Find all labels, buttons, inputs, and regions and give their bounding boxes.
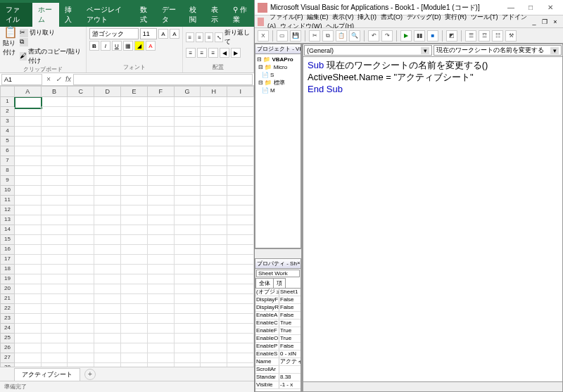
cell[interactable] — [68, 166, 94, 176]
cell[interactable] — [68, 353, 94, 363]
cell[interactable] — [15, 186, 42, 196]
property-row[interactable]: EnableOTrue — [255, 335, 301, 343]
cell[interactable] — [175, 304, 201, 314]
cell[interactable] — [42, 176, 68, 186]
cell[interactable] — [121, 284, 148, 294]
properties-list[interactable]: (オブジェSheet1DisplayFFalseDisplayRFalseEna… — [255, 289, 301, 391]
cell[interactable] — [121, 314, 148, 324]
menu-item[interactable]: 実行(R) — [443, 13, 469, 21]
menu-item[interactable]: 編集(E) — [305, 13, 330, 21]
bold-button[interactable]: B — [89, 41, 99, 51]
property-row[interactable]: Nameアクティ — [255, 358, 301, 366]
cell[interactable] — [201, 225, 227, 235]
cell[interactable] — [42, 245, 68, 255]
cell[interactable] — [15, 127, 42, 137]
cell[interactable] — [175, 137, 201, 146]
cell[interactable] — [148, 245, 175, 255]
cell[interactable] — [227, 206, 254, 215]
cell[interactable] — [201, 127, 227, 137]
cell[interactable] — [42, 166, 68, 176]
align-mid-icon[interactable]: ≡ — [196, 32, 204, 42]
cell[interactable] — [227, 176, 254, 186]
cell[interactable] — [148, 294, 175, 304]
design-mode-icon[interactable]: ◩ — [446, 30, 457, 42]
cell[interactable] — [227, 215, 254, 225]
mdi-close-icon[interactable]: × — [550, 18, 560, 25]
cell[interactable] — [148, 196, 175, 206]
cell[interactable] — [15, 284, 42, 294]
property-value[interactable]: True — [279, 327, 301, 334]
cell[interactable] — [227, 97, 254, 107]
cell[interactable] — [15, 343, 42, 353]
project-explorer-icon[interactable]: ☰ — [465, 30, 476, 42]
find-icon[interactable]: 🔍 — [349, 30, 360, 42]
font-name-select[interactable]: 游ゴシック — [89, 28, 139, 39]
cell[interactable] — [121, 215, 148, 225]
cell[interactable] — [121, 245, 148, 255]
cell[interactable] — [201, 284, 227, 294]
cell[interactable] — [15, 353, 42, 363]
cell[interactable] — [201, 97, 227, 107]
cell[interactable] — [94, 274, 121, 284]
row-header[interactable]: 26 — [0, 343, 15, 353]
cell[interactable] — [227, 294, 254, 304]
cell[interactable] — [68, 235, 94, 245]
row-header[interactable]: 22 — [0, 304, 15, 314]
tree-item[interactable]: Micro — [274, 64, 288, 70]
cell[interactable] — [42, 146, 68, 156]
menu-item[interactable]: 表示(V) — [330, 13, 355, 21]
cell[interactable] — [201, 146, 227, 156]
property-value[interactable]: True — [279, 320, 301, 327]
tell-me[interactable]: ⚲ 作業 — [227, 3, 254, 27]
cell[interactable] — [201, 117, 227, 127]
cell[interactable] — [42, 265, 68, 274]
cell[interactable] — [15, 294, 42, 304]
cell[interactable] — [175, 314, 201, 324]
tree-item[interactable]: M — [270, 87, 275, 94]
cell[interactable] — [148, 137, 175, 146]
cell[interactable] — [227, 117, 254, 127]
fill-color-button[interactable]: ◢ — [134, 41, 144, 51]
cell[interactable] — [68, 245, 94, 255]
cell[interactable] — [227, 274, 254, 284]
undo-icon[interactable]: ↶ — [368, 30, 379, 42]
cell[interactable] — [201, 294, 227, 304]
property-row[interactable]: ScrollAr — [255, 366, 301, 374]
cell[interactable] — [15, 255, 42, 265]
cell[interactable] — [68, 343, 94, 353]
cell[interactable] — [201, 343, 227, 353]
cell[interactable] — [42, 343, 68, 353]
cancel-icon[interactable]: × — [44, 75, 53, 83]
menu-item[interactable]: デバッグ(D) — [405, 13, 443, 21]
cell[interactable] — [201, 215, 227, 225]
cell[interactable] — [68, 304, 94, 314]
indent-dec-icon[interactable]: ◀ — [220, 48, 229, 58]
project-explorer[interactable]: プロジェクト - VB ⊟ 📁 VBAPro ⊟ 📁 Micro 📄 S ⊟ 📁… — [255, 44, 301, 248]
cell[interactable] — [68, 284, 94, 294]
cell[interactable] — [94, 196, 121, 206]
cell[interactable] — [68, 127, 94, 137]
cell[interactable] — [94, 294, 121, 304]
cell[interactable] — [68, 334, 94, 343]
cell[interactable] — [175, 235, 201, 245]
cell[interactable] — [227, 107, 254, 117]
cell[interactable] — [175, 343, 201, 353]
cell[interactable] — [94, 255, 121, 265]
property-value[interactable]: False — [279, 296, 301, 303]
cell[interactable] — [148, 127, 175, 137]
cell[interactable] — [148, 186, 175, 196]
cell[interactable] — [227, 137, 254, 146]
cell[interactable] — [201, 255, 227, 265]
cell[interactable] — [94, 265, 121, 274]
cell[interactable] — [15, 245, 42, 255]
cell[interactable] — [94, 156, 121, 166]
cell[interactable] — [42, 304, 68, 314]
close-button[interactable]: ✕ — [540, 1, 560, 15]
copy-button[interactable]: ⧉ — [20, 38, 83, 46]
cell[interactable] — [175, 206, 201, 215]
cell[interactable] — [175, 166, 201, 176]
indent-inc-icon[interactable]: ▶ — [231, 48, 241, 58]
cell[interactable] — [94, 166, 121, 176]
cell[interactable] — [42, 215, 68, 225]
cell[interactable] — [148, 235, 175, 245]
